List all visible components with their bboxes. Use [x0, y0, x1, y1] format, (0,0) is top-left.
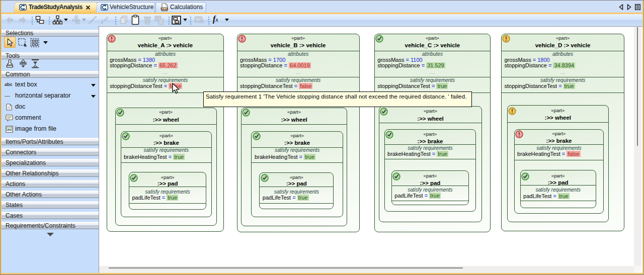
svg-text:TXT: TXT: [162, 8, 167, 10]
